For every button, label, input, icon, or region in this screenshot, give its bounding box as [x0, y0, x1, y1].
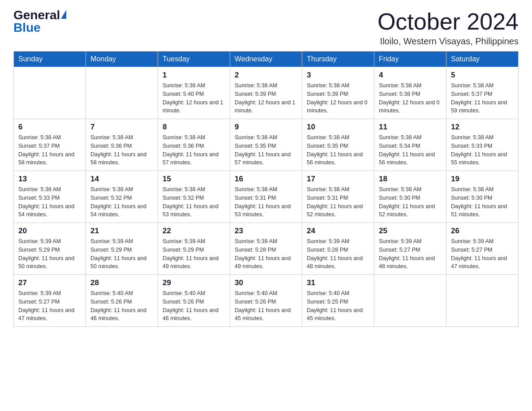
- day-number: 15: [163, 175, 225, 184]
- day-info: Sunrise: 5:38 AMSunset: 5:39 PMDaylight:…: [307, 81, 369, 115]
- day-number: 10: [307, 123, 369, 132]
- day-info: Sunrise: 5:38 AMSunset: 5:36 PMDaylight:…: [163, 133, 225, 167]
- calendar-cell: 22Sunrise: 5:39 AMSunset: 5:29 PMDayligh…: [158, 223, 230, 275]
- day-number: 26: [451, 227, 514, 235]
- calendar-cell: 16Sunrise: 5:38 AMSunset: 5:31 PMDayligh…: [230, 171, 302, 223]
- week-row-1: 1Sunrise: 5:38 AMSunset: 5:40 PMDaylight…: [14, 67, 519, 119]
- day-info: Sunrise: 5:40 AMSunset: 5:25 PMDaylight:…: [307, 289, 369, 323]
- calendar-table: SundayMondayTuesdayWednesdayThursdayFrid…: [13, 51, 519, 327]
- calendar-cell: 5Sunrise: 5:38 AMSunset: 5:37 PMDaylight…: [446, 67, 519, 119]
- weekday-header-monday: Monday: [86, 51, 158, 67]
- calendar-cell: 30Sunrise: 5:40 AMSunset: 5:26 PMDayligh…: [230, 275, 302, 327]
- day-number: 27: [18, 278, 81, 287]
- day-number: 12: [451, 123, 514, 132]
- calendar-cell: 4Sunrise: 5:38 AMSunset: 5:38 PMDaylight…: [374, 67, 446, 119]
- day-info: Sunrise: 5:38 AMSunset: 5:34 PMDaylight:…: [379, 133, 442, 167]
- day-info: Sunrise: 5:39 AMSunset: 5:28 PMDaylight:…: [307, 237, 369, 271]
- day-number: 28: [90, 278, 153, 287]
- calendar-cell: 3Sunrise: 5:38 AMSunset: 5:39 PMDaylight…: [302, 67, 374, 119]
- calendar-cell: 28Sunrise: 5:40 AMSunset: 5:26 PMDayligh…: [86, 275, 158, 327]
- calendar-cell: 23Sunrise: 5:39 AMSunset: 5:28 PMDayligh…: [230, 223, 302, 275]
- day-number: 21: [90, 227, 153, 235]
- day-number: 5: [451, 71, 514, 80]
- day-number: 18: [379, 175, 442, 184]
- day-info: Sunrise: 5:38 AMSunset: 5:35 PMDaylight:…: [235, 133, 297, 167]
- title-section: October 2024 Iloilo, Western Visayas, Ph…: [378, 9, 519, 47]
- day-info: Sunrise: 5:39 AMSunset: 5:29 PMDaylight:…: [163, 237, 225, 271]
- weekday-header-tuesday: Tuesday: [158, 51, 230, 67]
- day-number: 3: [307, 71, 369, 80]
- day-info: Sunrise: 5:38 AMSunset: 5:35 PMDaylight:…: [307, 133, 369, 167]
- logo-general-text: General: [13, 9, 60, 21]
- calendar-cell: 9Sunrise: 5:38 AMSunset: 5:35 PMDaylight…: [230, 119, 302, 171]
- day-info: Sunrise: 5:38 AMSunset: 5:30 PMDaylight:…: [451, 185, 514, 219]
- day-info: Sunrise: 5:39 AMSunset: 5:29 PMDaylight:…: [18, 237, 81, 271]
- day-number: 6: [18, 123, 81, 132]
- calendar-cell: 8Sunrise: 5:38 AMSunset: 5:36 PMDaylight…: [158, 119, 230, 171]
- day-number: 7: [90, 123, 153, 132]
- day-info: Sunrise: 5:38 AMSunset: 5:31 PMDaylight:…: [307, 185, 369, 219]
- day-number: 11: [379, 123, 442, 132]
- day-number: 20: [18, 227, 81, 235]
- day-info: Sunrise: 5:39 AMSunset: 5:27 PMDaylight:…: [18, 289, 81, 323]
- calendar-cell: 2Sunrise: 5:38 AMSunset: 5:39 PMDaylight…: [230, 67, 302, 119]
- header: General Blue October 2024 Iloilo, Wester…: [13, 9, 519, 47]
- calendar-cell: [86, 67, 158, 119]
- day-info: Sunrise: 5:38 AMSunset: 5:37 PMDaylight:…: [18, 133, 81, 167]
- day-info: Sunrise: 5:39 AMSunset: 5:28 PMDaylight:…: [235, 237, 297, 271]
- weekday-header-sunday: Sunday: [14, 51, 86, 67]
- calendar-cell: 19Sunrise: 5:38 AMSunset: 5:30 PMDayligh…: [446, 171, 519, 223]
- month-year-title: October 2024: [378, 9, 519, 34]
- calendar-cell: 14Sunrise: 5:38 AMSunset: 5:32 PMDayligh…: [86, 171, 158, 223]
- day-number: 14: [90, 175, 153, 184]
- day-info: Sunrise: 5:40 AMSunset: 5:26 PMDaylight:…: [163, 289, 225, 323]
- day-number: 23: [235, 227, 297, 235]
- calendar-cell: 31Sunrise: 5:40 AMSunset: 5:25 PMDayligh…: [302, 275, 374, 327]
- calendar-cell: [374, 275, 446, 327]
- weekday-header-saturday: Saturday: [446, 51, 519, 67]
- day-info: Sunrise: 5:38 AMSunset: 5:33 PMDaylight:…: [451, 133, 514, 167]
- day-info: Sunrise: 5:39 AMSunset: 5:27 PMDaylight:…: [451, 237, 514, 271]
- calendar-cell: 11Sunrise: 5:38 AMSunset: 5:34 PMDayligh…: [374, 119, 446, 171]
- calendar-cell: 1Sunrise: 5:38 AMSunset: 5:40 PMDaylight…: [158, 67, 230, 119]
- calendar-cell: 10Sunrise: 5:38 AMSunset: 5:35 PMDayligh…: [302, 119, 374, 171]
- calendar-cell: 29Sunrise: 5:40 AMSunset: 5:26 PMDayligh…: [158, 275, 230, 327]
- day-number: 17: [307, 175, 369, 184]
- week-row-4: 20Sunrise: 5:39 AMSunset: 5:29 PMDayligh…: [14, 223, 519, 275]
- day-info: Sunrise: 5:39 AMSunset: 5:27 PMDaylight:…: [379, 237, 442, 271]
- day-info: Sunrise: 5:39 AMSunset: 5:29 PMDaylight:…: [90, 237, 153, 271]
- calendar-cell: 26Sunrise: 5:39 AMSunset: 5:27 PMDayligh…: [446, 223, 519, 275]
- day-number: 25: [379, 227, 442, 235]
- weekday-header-friday: Friday: [374, 51, 446, 67]
- calendar-cell: [14, 67, 86, 119]
- day-number: 22: [163, 227, 225, 235]
- calendar-cell: 6Sunrise: 5:38 AMSunset: 5:37 PMDaylight…: [14, 119, 86, 171]
- weekday-header-wednesday: Wednesday: [230, 51, 302, 67]
- logo-triangle-icon: [61, 10, 66, 19]
- calendar-cell: [446, 275, 519, 327]
- location-subtitle: Iloilo, Western Visayas, Philippines: [378, 36, 519, 47]
- calendar-cell: 17Sunrise: 5:38 AMSunset: 5:31 PMDayligh…: [302, 171, 374, 223]
- week-row-3: 13Sunrise: 5:38 AMSunset: 5:33 PMDayligh…: [14, 171, 519, 223]
- day-number: 1: [163, 71, 225, 80]
- day-info: Sunrise: 5:38 AMSunset: 5:32 PMDaylight:…: [163, 185, 225, 219]
- calendar-cell: 25Sunrise: 5:39 AMSunset: 5:27 PMDayligh…: [374, 223, 446, 275]
- day-number: 16: [235, 175, 297, 184]
- calendar-cell: 24Sunrise: 5:39 AMSunset: 5:28 PMDayligh…: [302, 223, 374, 275]
- day-info: Sunrise: 5:40 AMSunset: 5:26 PMDaylight:…: [235, 289, 297, 323]
- day-number: 30: [235, 278, 297, 287]
- day-number: 29: [163, 278, 225, 287]
- calendar-cell: 15Sunrise: 5:38 AMSunset: 5:32 PMDayligh…: [158, 171, 230, 223]
- calendar-cell: 18Sunrise: 5:38 AMSunset: 5:30 PMDayligh…: [374, 171, 446, 223]
- weekday-header-thursday: Thursday: [302, 51, 374, 67]
- calendar-cell: 13Sunrise: 5:38 AMSunset: 5:33 PMDayligh…: [14, 171, 86, 223]
- day-number: 8: [163, 123, 225, 132]
- day-info: Sunrise: 5:38 AMSunset: 5:31 PMDaylight:…: [235, 185, 297, 219]
- day-info: Sunrise: 5:38 AMSunset: 5:30 PMDaylight:…: [379, 185, 442, 219]
- day-info: Sunrise: 5:38 AMSunset: 5:40 PMDaylight:…: [163, 81, 225, 115]
- day-info: Sunrise: 5:38 AMSunset: 5:33 PMDaylight:…: [18, 185, 81, 219]
- calendar-cell: 27Sunrise: 5:39 AMSunset: 5:27 PMDayligh…: [14, 275, 86, 327]
- logo-blue-text: Blue: [13, 21, 41, 34]
- day-info: Sunrise: 5:38 AMSunset: 5:38 PMDaylight:…: [379, 81, 442, 115]
- day-info: Sunrise: 5:40 AMSunset: 5:26 PMDaylight:…: [90, 289, 153, 323]
